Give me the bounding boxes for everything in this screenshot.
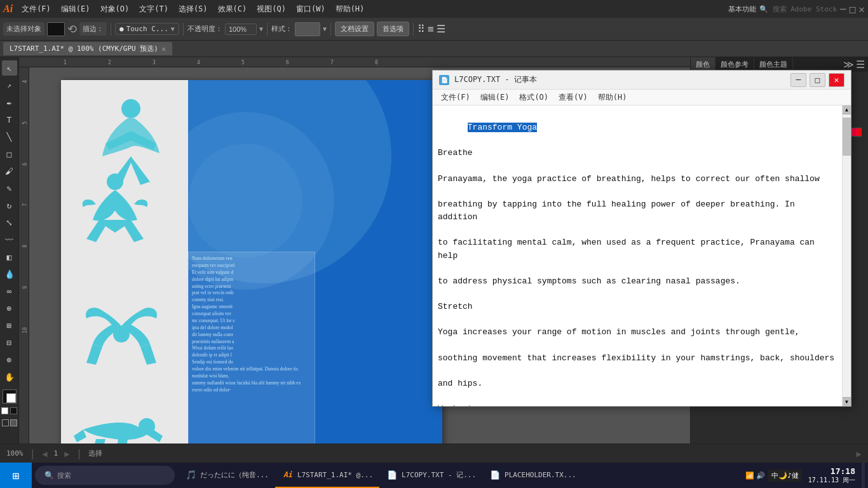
tab-filename: L7START_1.AI* @ 100% (CMYK/GPU 预选) xyxy=(10,44,158,53)
next-page-icon[interactable]: ▶ xyxy=(64,449,69,459)
notepad-menu-view[interactable]: 查看(V) xyxy=(553,90,593,105)
blend-tool[interactable]: ∞ xyxy=(2,283,17,299)
fill-color-swatch[interactable] xyxy=(3,390,17,403)
notepad-scrollbar[interactable]: ▲ ▼ xyxy=(842,105,851,406)
opacity-input[interactable] xyxy=(225,24,257,35)
fill-color-box[interactable] xyxy=(47,22,65,36)
selection-tool[interactable]: ↖ xyxy=(2,60,17,76)
arrange-icon[interactable]: ⠿ xyxy=(417,23,425,35)
window-close-icon[interactable]: ✕ xyxy=(858,3,865,15)
pen-tool[interactable]: ✒ xyxy=(2,95,17,110)
shape-tool[interactable]: □ xyxy=(2,146,17,161)
placeholder-text-block[interactable]: Num doloreetum ven esequam ver suscipist… xyxy=(188,252,315,444)
menu-view[interactable]: 视图(Q) xyxy=(252,2,290,17)
panel-expand-icon[interactable]: ≫ xyxy=(843,58,854,71)
normal-mode-icon[interactable] xyxy=(2,419,9,426)
taskbar-item-music[interactable]: 🎵 だったにに（纯音... xyxy=(178,463,275,488)
taskbar-item-illustrator[interactable]: Ai L7START_1.AI* @... xyxy=(275,463,379,488)
direct-selection-tool[interactable]: ↗ xyxy=(2,78,17,93)
hand-tool[interactable]: ✋ xyxy=(2,369,17,384)
notepad-menu-file[interactable]: 文件(F) xyxy=(436,90,475,105)
eyedropper-tool[interactable]: 💧 xyxy=(2,266,17,281)
taskbar-item-notepad2[interactable]: 📄 PLACEHOLDER.TX... xyxy=(482,463,583,488)
statusbar-divider2: | xyxy=(76,447,83,459)
window-maximize-icon[interactable]: □ xyxy=(850,3,856,15)
slice-tool[interactable]: ⊟ xyxy=(2,335,17,350)
scrollbar-up-button[interactable]: ▲ xyxy=(843,105,851,114)
scroll-right-icon[interactable]: ▶ xyxy=(857,449,862,459)
screen-mode-icon[interactable] xyxy=(10,419,17,426)
ruler-top: 1 2 3 4 5 6 7 8 xyxy=(19,57,690,67)
color-mode-icons xyxy=(1,407,17,414)
zoom-tool[interactable]: ⊕ xyxy=(2,352,17,367)
scrollbar-track xyxy=(843,114,851,397)
zoom-display: 100% xyxy=(6,449,24,458)
notepad-menu-edit[interactable]: 编辑(E) xyxy=(475,90,515,105)
opacity-dropdown-icon[interactable]: ▼ xyxy=(259,25,263,32)
notepad1-icon: 📄 xyxy=(387,470,397,480)
document-tab[interactable]: L7START_1.AI* @ 100% (CMYK/GPU 预选) ✕ xyxy=(3,42,172,55)
type-tool[interactable]: T xyxy=(2,112,17,127)
taskbar-item-notepad1[interactable]: 📄 L7COPY.TXT - 记... xyxy=(379,463,482,488)
system-clock[interactable]: 17:18 17.11.13 周一 xyxy=(805,466,858,485)
menu-help[interactable]: 帮助(H) xyxy=(331,2,369,17)
paintbrush-tool[interactable]: 🖌 xyxy=(2,163,17,179)
prev-page-icon[interactable]: ◀ xyxy=(42,449,47,459)
warp-tool[interactable]: 〰 xyxy=(2,232,17,247)
notepad-menu-format[interactable]: 格式(O) xyxy=(514,90,553,105)
opacity-label: 不透明度： xyxy=(187,24,222,34)
search-stock-label[interactable]: 🔍 搜索 Adobe Stock xyxy=(759,4,837,14)
ime-indicator[interactable]: 中🌙♪健 xyxy=(768,470,802,482)
preferences-button[interactable]: 首选项 xyxy=(377,22,409,36)
ruler-left: 4 5 6 7 8 9 10 xyxy=(19,67,29,444)
doc-settings-button[interactable]: 文档设置 xyxy=(335,22,374,36)
artboard-tool[interactable]: ⊞ xyxy=(2,318,17,333)
yoga-figures-svg xyxy=(61,80,188,444)
notepad-content-area: Transform Yoga Breathe Pranayama, the yo… xyxy=(433,105,851,406)
line-tool[interactable]: ╲ xyxy=(2,129,17,144)
gradient-tool[interactable]: ◧ xyxy=(2,249,17,264)
notepad-text-display[interactable]: Transform Yoga Breathe Pranayama, the yo… xyxy=(433,105,842,406)
menu-edit[interactable]: 编辑(E) xyxy=(57,2,95,17)
scale-tool[interactable]: ⤡ xyxy=(2,215,17,230)
notepad-maximize-button[interactable]: □ xyxy=(810,73,825,87)
touch-circle-icon: ● xyxy=(119,25,124,33)
scrollbar-down-button[interactable]: ▼ xyxy=(843,397,851,406)
show-desktop-button[interactable] xyxy=(862,463,865,488)
menu-object[interactable]: 对象(O) xyxy=(96,2,134,17)
window-minimize-icon[interactable]: ─ xyxy=(840,3,846,15)
tab-close-icon[interactable]: ✕ xyxy=(161,44,166,53)
stroke-mode-icon[interactable]: ⟲ xyxy=(67,22,77,36)
taskbar-search-box[interactable]: 🔍 搜索 xyxy=(35,466,175,485)
notepad-titlebar: 📄 L7COPY.TXT - 记事本 ─ □ ✕ xyxy=(433,71,851,90)
illustrator-menubar: Ai 文件(F) 编辑(E) 对象(O) 文字(T) 选择(S) 效果(C) 视… xyxy=(0,0,868,18)
menu-file[interactable]: 文件(F) xyxy=(17,2,55,17)
style-dropdown-icon[interactable]: ▼ xyxy=(323,25,327,32)
panel-menu-icon[interactable]: ☰ xyxy=(856,58,865,71)
touch-toolbar-selector[interactable]: ● Touch C... ▼ xyxy=(115,23,179,35)
notepad-menu-help[interactable]: 帮助(H) xyxy=(593,90,632,105)
scrollbar-thumb[interactable] xyxy=(843,118,851,156)
menu-window[interactable]: 窗口(W) xyxy=(292,2,330,17)
taskbar-start-button[interactable]: ⊞ xyxy=(0,463,32,488)
menu-text[interactable]: 文字(T) xyxy=(135,2,173,17)
system-tray-icons: 📶 🔊 xyxy=(745,471,765,480)
rotate-tool[interactable]: ↻ xyxy=(2,198,17,213)
artboard[interactable]: Num doloreetum ven esequam ver suscipist… xyxy=(61,80,442,444)
ai-taskbar-icon-text: Ai xyxy=(283,470,292,479)
symbol-tool[interactable]: ⊕ xyxy=(2,301,17,316)
menu-effect[interactable]: 效果(C) xyxy=(214,2,252,17)
artboard-right-panel: Num doloreetum ven esequam ver suscipist… xyxy=(188,80,442,444)
align-icon[interactable]: ≡ xyxy=(428,23,434,35)
more-options-icon[interactable]: ☰ xyxy=(437,23,445,35)
workspace-label[interactable]: 基本功能 xyxy=(728,4,756,14)
touch-dropdown-icon[interactable]: ▼ xyxy=(171,25,175,32)
pencil-tool[interactable]: ✎ xyxy=(2,180,17,196)
style-box[interactable] xyxy=(295,22,320,36)
default-colors-icon[interactable] xyxy=(10,407,17,414)
notepad-close-button[interactable]: ✕ xyxy=(829,73,844,87)
illustrator-statusbar: 100% | ◀ 1 ▶ | 选择 ▶ xyxy=(0,444,868,463)
menu-select[interactable]: 选择(S) xyxy=(174,2,212,17)
notepad-minimize-button[interactable]: ─ xyxy=(790,73,806,87)
swap-colors-icon[interactable] xyxy=(1,407,8,414)
